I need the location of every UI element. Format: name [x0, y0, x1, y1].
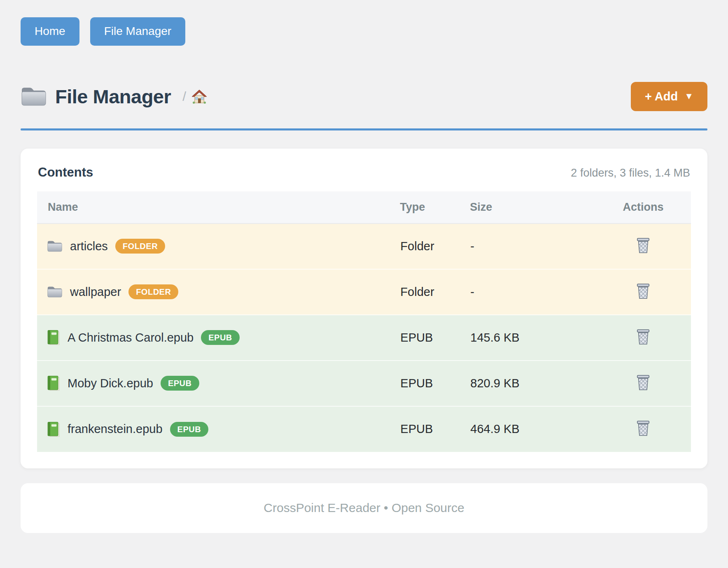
file-name[interactable]: A Christmas Carol.epub: [68, 331, 194, 345]
add-button[interactable]: + Add ▼: [631, 82, 707, 111]
trash-icon: [635, 328, 651, 346]
folder-icon: [21, 85, 47, 107]
delete-button[interactable]: [633, 281, 653, 302]
breadcrumb-separator: /: [182, 89, 186, 104]
column-header-size: Size: [470, 191, 595, 223]
delete-button[interactable]: [633, 235, 653, 256]
epub-badge: EPUB: [201, 330, 240, 345]
column-header-actions: Actions: [595, 191, 691, 223]
folder-icon: [47, 285, 63, 299]
contents-summary: 2 folders, 3 files, 1.4 MB: [571, 167, 690, 179]
type-cell: EPUB: [400, 315, 470, 361]
column-header-name: Name: [37, 191, 400, 223]
chevron-down-icon: ▼: [684, 92, 693, 101]
add-button-label: + Add: [645, 91, 678, 102]
name-cell: A Christmas Carol.epub EPUB: [37, 315, 400, 361]
green-book-icon: [47, 421, 60, 437]
header-divider: [21, 128, 707, 130]
column-header-type: Type: [400, 191, 470, 223]
delete-button[interactable]: [633, 327, 653, 347]
breadcrumb: /: [182, 88, 208, 105]
table-row: Moby Dick.epub EPUB EPUB 820.9 KB: [37, 361, 691, 406]
file-name[interactable]: frankenstein.epub: [68, 422, 163, 436]
table-row: frankenstein.epub EPUB EPUB 464.9 KB: [37, 406, 691, 452]
file-name[interactable]: articles: [70, 240, 108, 253]
name-cell: Moby Dick.epub EPUB: [37, 361, 400, 406]
type-cell: Folder: [400, 269, 470, 315]
trash-icon: [635, 420, 651, 437]
size-cell: 820.9 KB: [470, 361, 595, 406]
contents-card: Contents 2 folders, 3 files, 1.4 MB Name…: [21, 149, 707, 468]
type-cell: EPUB: [400, 406, 470, 452]
contents-card-header: Contents 2 folders, 3 files, 1.4 MB: [37, 165, 691, 180]
house-icon[interactable]: [191, 88, 208, 105]
type-cell: Folder: [400, 223, 470, 269]
file-name[interactable]: Moby Dick.epub: [68, 377, 153, 390]
table-row: articles FOLDER Folder -: [37, 223, 691, 269]
trash-icon: [635, 283, 651, 300]
size-cell: -: [470, 223, 595, 269]
nav-button-home[interactable]: Home: [21, 17, 79, 46]
name-cell: wallpaper FOLDER: [37, 269, 400, 315]
epub-badge: EPUB: [170, 422, 209, 437]
footer-text: CrossPoint E-Reader • Open Source: [264, 501, 464, 515]
title-group: File Manager /: [21, 85, 208, 108]
file-table: Name Type Size Actions articles FOLDER: [37, 191, 691, 452]
folder-badge: FOLDER: [115, 239, 165, 254]
trash-icon: [635, 374, 651, 391]
trash-icon: [635, 237, 651, 254]
delete-button[interactable]: [633, 418, 653, 439]
page-title: File Manager: [55, 85, 171, 108]
table-row: wallpaper FOLDER Folder -: [37, 269, 691, 315]
footer: CrossPoint E-Reader • Open Source: [21, 483, 707, 533]
name-cell: frankenstein.epub EPUB: [37, 406, 400, 452]
size-cell: 145.6 KB: [470, 315, 595, 361]
actions-cell: [595, 361, 691, 406]
folder-badge: FOLDER: [128, 284, 178, 299]
file-manager-page: Home File Manager File Manager / + Add ▼…: [0, 0, 728, 568]
top-nav: Home File Manager: [21, 17, 707, 46]
delete-button[interactable]: [633, 372, 653, 393]
actions-cell: [595, 269, 691, 315]
name-cell: articles FOLDER: [37, 223, 400, 269]
folder-icon: [47, 239, 63, 253]
size-cell: -: [470, 269, 595, 315]
table-header-row: Name Type Size Actions: [37, 191, 691, 223]
actions-cell: [595, 223, 691, 269]
actions-cell: [595, 406, 691, 452]
size-cell: 464.9 KB: [470, 406, 595, 452]
green-book-icon: [47, 330, 60, 345]
actions-cell: [595, 315, 691, 361]
green-book-icon: [47, 375, 60, 391]
contents-heading: Contents: [38, 165, 93, 180]
file-name[interactable]: wallpaper: [70, 285, 121, 299]
table-row: A Christmas Carol.epub EPUB EPUB 145.6 K…: [37, 315, 691, 361]
epub-badge: EPUB: [161, 376, 199, 391]
type-cell: EPUB: [400, 361, 470, 406]
page-header: File Manager / + Add ▼: [21, 82, 707, 111]
nav-button-file-manager[interactable]: File Manager: [90, 17, 185, 46]
